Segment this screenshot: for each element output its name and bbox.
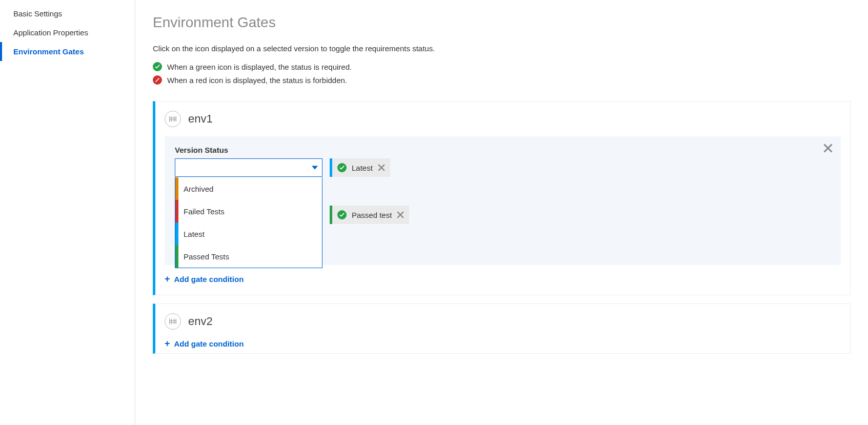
status-pill-label: Passed test: [352, 211, 392, 219]
status-pill-latest: Latest: [330, 158, 390, 177]
checkmark-circle-icon: [153, 62, 162, 71]
remove-icon[interactable]: [397, 211, 404, 218]
option-label: Failed Tests: [178, 207, 225, 216]
option-label: Passed Tests: [178, 252, 229, 261]
sidebar-item-application-properties[interactable]: Application Properties: [0, 23, 135, 42]
checkmark-circle-icon[interactable]: [337, 210, 347, 219]
settings-sidebar: Basic Settings Application Properties En…: [0, 0, 135, 425]
option-latest[interactable]: Latest: [175, 222, 322, 245]
legend-required: When a green icon is displayed, the stat…: [153, 62, 851, 71]
sidebar-item-label: Application Properties: [13, 28, 88, 37]
add-gate-label: Add gate condition: [174, 339, 244, 348]
option-label: Latest: [178, 230, 205, 238]
chevron-down-icon: [312, 166, 318, 170]
option-label: Archived: [178, 185, 213, 193]
environment-name: env1: [188, 112, 213, 126]
page-title: Environment Gates: [153, 14, 851, 31]
checkmark-circle-icon[interactable]: [337, 163, 347, 172]
gate-icon: [165, 313, 181, 330]
version-status-options: Archived Failed Tests Latest Passed: [175, 177, 322, 268]
svg-line-0: [156, 78, 159, 82]
sidebar-item-environment-gates[interactable]: Environment Gates: [0, 42, 135, 61]
legend-forbidden-text: When a red icon is displayed, the status…: [167, 76, 347, 85]
legend-forbidden: When a red icon is displayed, the status…: [153, 75, 851, 85]
environment-card-env2: env2 + Add gate condition: [153, 303, 851, 354]
gate-condition-panel: Version Status Archived Failed Tests: [165, 136, 841, 265]
environment-header: env2: [165, 313, 841, 330]
environment-name: env2: [188, 315, 213, 328]
environment-card-env1: env1 Version Status Archived: [153, 101, 851, 295]
environment-header: env1: [165, 111, 841, 127]
version-status-input[interactable]: [175, 159, 305, 176]
plus-icon: +: [165, 339, 170, 348]
plus-icon: +: [165, 274, 170, 284]
main-content: Environment Gates Click on the icon disp…: [135, 0, 868, 425]
status-pill-label: Latest: [352, 164, 373, 172]
legend-required-text: When a green icon is displayed, the stat…: [167, 63, 352, 71]
add-gate-condition-button[interactable]: + Add gate condition: [165, 339, 841, 348]
version-status-label: Version Status: [175, 146, 831, 154]
status-pill-passed-test: Passed test: [330, 206, 409, 224]
version-status-dropdown[interactable]: Archived Failed Tests Latest Passed: [175, 158, 322, 177]
add-gate-label: Add gate condition: [174, 275, 244, 284]
option-failed-tests[interactable]: Failed Tests: [175, 200, 322, 222]
close-icon[interactable]: [823, 144, 833, 153]
sidebar-item-basic-settings[interactable]: Basic Settings: [0, 4, 135, 23]
remove-icon[interactable]: [378, 164, 385, 171]
forbidden-circle-icon: [153, 75, 162, 85]
option-archived[interactable]: Archived: [175, 177, 322, 200]
gate-icon: [165, 111, 181, 127]
sidebar-item-label: Environment Gates: [13, 47, 84, 56]
intro-text: Click on the icon displayed on a selecte…: [153, 44, 851, 53]
sidebar-item-label: Basic Settings: [13, 9, 62, 18]
add-gate-condition-button[interactable]: + Add gate condition: [165, 274, 841, 284]
option-passed-tests[interactable]: Passed Tests: [175, 245, 322, 268]
